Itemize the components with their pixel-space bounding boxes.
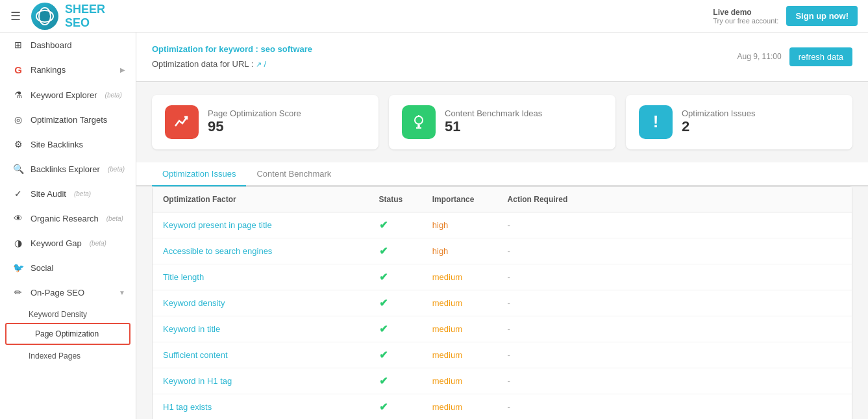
importance-value: medium xyxy=(432,376,462,386)
cell-factor: Sufficient content xyxy=(153,342,369,368)
check-icon: ✔ xyxy=(379,401,388,413)
sidebar-subitem-indexed-pages[interactable]: Indexed Pages xyxy=(0,346,136,363)
cell-status: ✔ xyxy=(369,264,422,290)
table-row: Keyword present in page title✔high- xyxy=(153,212,852,238)
url-link[interactable]: ↗ / xyxy=(256,59,266,69)
sidebar-item-rankings[interactable]: G Rankings ▶ xyxy=(0,57,136,83)
cell-importance: high xyxy=(422,238,497,264)
organic-research-icon: 👁 xyxy=(12,213,24,223)
score-card-value: 95 xyxy=(208,118,301,135)
score-card-label: Optimization Issues xyxy=(682,108,755,118)
tab-optimization-issues[interactable]: Optimization Issues xyxy=(152,162,246,186)
cell-action: - xyxy=(497,368,852,394)
sidebar-item-keyword-gap[interactable]: ◑ Keyword Gap (beta) xyxy=(0,231,136,255)
sidebar-item-keyword-explorer[interactable]: ⚗ Keyword Explorer (beta) xyxy=(0,83,136,107)
importance-value: high xyxy=(432,246,449,256)
beta-badge: (beta) xyxy=(108,166,125,173)
score-card-optimization-issues: ! Optimization Issues 2 xyxy=(626,95,852,149)
sidebar-subitem-keyword-density[interactable]: Keyword Density xyxy=(0,305,136,322)
action-dash: - xyxy=(508,272,510,282)
cell-action: - xyxy=(497,264,852,290)
topbar: ☰ SHEERSEO Live demo Try our free accoun… xyxy=(0,0,868,32)
url-info: Optimization data for URL : ↗ / xyxy=(152,57,312,71)
score-card-benchmark-text: Content Benchmark Ideas 51 xyxy=(445,108,542,135)
col-header-action: Action Required xyxy=(497,187,852,212)
on-page-seo-icon: ✏ xyxy=(12,287,24,298)
logo-text: SHEERSEO xyxy=(65,3,105,30)
sidebar-item-optimization-targets[interactable]: ◎ Optimization Targets xyxy=(0,107,136,132)
action-dash: - xyxy=(508,350,510,360)
sidebar-item-label: Optimization Targets xyxy=(31,115,107,125)
refresh-button[interactable]: refresh data xyxy=(789,47,852,66)
table-row: Keyword in H1 tag✔medium- xyxy=(153,368,852,394)
rankings-icon: G xyxy=(12,64,24,75)
sidebar-item-social[interactable]: 🐦 Social xyxy=(0,255,136,280)
chevron-right-icon: ▶ xyxy=(120,66,125,73)
score-card-value: 2 xyxy=(682,118,755,135)
hamburger-menu[interactable]: ☰ xyxy=(10,9,21,23)
col-header-factor: Optimization Factor xyxy=(153,187,369,212)
sidebar-item-site-backlinks[interactable]: ⚙ Site Backlinks xyxy=(0,132,136,157)
backlinks-explorer-icon: 🔍 xyxy=(12,164,24,174)
info-bar-right: Aug 9, 11:00 refresh data xyxy=(738,47,852,66)
optimization-targets-icon: ◎ xyxy=(12,114,24,125)
check-icon: ✔ xyxy=(379,272,388,283)
cell-status: ✔ xyxy=(369,342,422,368)
cell-status: ✔ xyxy=(369,394,422,419)
keyword-info: Optimization for keyword : seo software xyxy=(152,42,312,57)
chevron-down-icon: ▼ xyxy=(119,289,125,296)
action-dash: - xyxy=(508,220,510,230)
action-dash: - xyxy=(508,376,510,386)
cell-action: - xyxy=(497,290,852,316)
topbar-right: Live demo Try our free account: Sign up … xyxy=(713,6,858,26)
layout: ⊞ Dashboard G Rankings ▶ ⚗ Keyword Explo… xyxy=(0,32,868,419)
action-dash: - xyxy=(508,402,510,412)
cell-factor: Accessible to search engines xyxy=(153,238,369,264)
cell-action: - xyxy=(497,212,852,238)
check-icon: ✔ xyxy=(379,349,388,361)
tab-content-benchmark[interactable]: Content Benchmark xyxy=(246,162,341,186)
sidebar-item-backlinks-explorer[interactable]: 🔍 Backlinks Explorer (beta) xyxy=(0,157,136,181)
site-backlinks-icon: ⚙ xyxy=(12,139,24,149)
sidebar-item-label: Site Audit xyxy=(31,189,66,199)
check-icon: ✔ xyxy=(379,246,388,257)
cell-status: ✔ xyxy=(369,316,422,342)
cell-action: - xyxy=(497,394,852,419)
sidebar-item-organic-research[interactable]: 👁 Organic Research (beta) xyxy=(0,206,136,231)
action-dash: - xyxy=(508,298,510,308)
cell-factor: Keyword in H1 tag xyxy=(153,368,369,394)
table-row: Sufficient content✔medium- xyxy=(153,342,852,368)
dashboard-icon: ⊞ xyxy=(12,40,24,50)
check-icon: ✔ xyxy=(379,220,388,231)
tabs-bar: Optimization Issues Content Benchmark xyxy=(136,162,868,186)
optimization-table-container: Optimization Factor Status Importance Ac… xyxy=(152,186,852,419)
importance-value: medium xyxy=(432,298,462,308)
keyword-value: seo software xyxy=(261,44,312,54)
beta-badge: (beta) xyxy=(90,240,106,247)
cell-importance: high xyxy=(422,212,497,238)
topbar-left: ☰ SHEERSEO xyxy=(10,3,105,30)
live-demo-text: Live demo Try our free account: xyxy=(713,8,778,25)
cell-factor: Keyword present in page title xyxy=(153,212,369,238)
main-content: Optimization for keyword : seo software … xyxy=(136,32,868,419)
sidebar-subitem-page-optimization[interactable]: Page Optimization xyxy=(5,323,130,345)
cell-status: ✔ xyxy=(369,212,422,238)
cell-status: ✔ xyxy=(369,290,422,316)
table-row: Accessible to search engines✔high- xyxy=(153,238,852,264)
sidebar-item-on-page-seo[interactable]: ✏ On-Page SEO ▼ xyxy=(0,280,136,305)
sidebar-item-label: Keyword Explorer xyxy=(31,90,97,100)
sidebar-item-label: Organic Research xyxy=(31,214,99,223)
table-header-row: Optimization Factor Status Importance Ac… xyxy=(153,187,852,212)
cell-factor: Keyword in title xyxy=(153,316,369,342)
cell-importance: medium xyxy=(422,394,497,419)
score-card-page-optimization: Page Optimization Score 95 xyxy=(152,95,378,149)
sidebar-item-site-audit[interactable]: ✓ Site Audit (beta) xyxy=(0,181,136,206)
sidebar-item-label: On-Page SEO xyxy=(31,288,84,298)
timestamp: Aug 9, 11:00 xyxy=(738,52,782,61)
score-card-label: Page Optimization Score xyxy=(208,108,301,118)
sidebar-item-dashboard[interactable]: ⊞ Dashboard xyxy=(0,32,136,57)
svg-point-3 xyxy=(415,116,423,124)
signup-button[interactable]: Sign up now! xyxy=(786,6,858,26)
score-card-page-text: Page Optimization Score 95 xyxy=(208,108,301,135)
logo-icon xyxy=(31,3,58,30)
